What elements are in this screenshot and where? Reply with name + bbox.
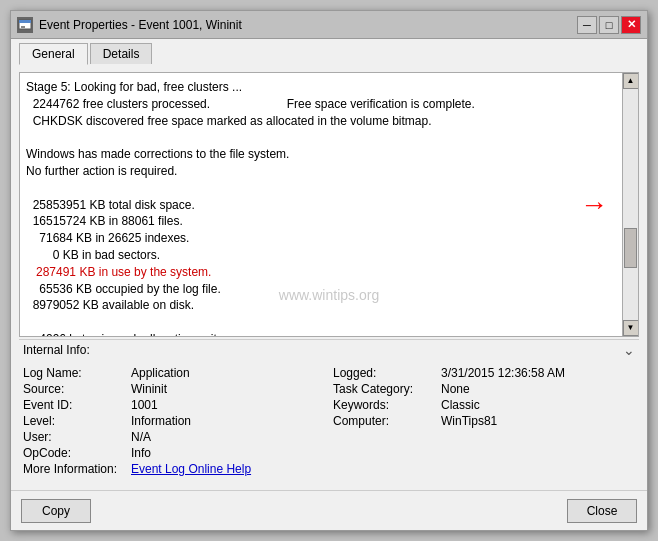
tab-bar: General Details	[11, 39, 647, 64]
event-line-6: No further action is required.	[26, 163, 612, 180]
level-label: Level:	[23, 414, 123, 428]
opcode-value: Info	[131, 446, 325, 460]
user-label: User:	[23, 430, 123, 444]
keywords-value: Classic	[441, 398, 635, 412]
event-line-2: 2244762 free clusters processed. Free sp…	[26, 96, 612, 113]
event-id-label: Event ID:	[23, 398, 123, 412]
logged-label: Logged:	[333, 366, 433, 380]
computer-label: Computer:	[333, 414, 433, 428]
internal-info-label: Internal Info:	[23, 343, 90, 357]
maximize-button[interactable]: □	[599, 16, 619, 34]
scrollbar-thumb[interactable]	[624, 228, 637, 268]
event-line-8: 25853951 KB total disk space.	[26, 197, 612, 214]
event-line-4	[26, 129, 612, 146]
user-value: N/A	[131, 430, 325, 444]
logged-value: 3/31/2015 12:36:58 AM	[441, 366, 635, 380]
log-name-label: Log Name:	[23, 366, 123, 380]
event-line-10: 71684 KB in 26625 indexes.	[26, 230, 612, 247]
task-category-label: Task Category:	[333, 382, 433, 396]
event-properties-window: Event Properties - Event 1001, Wininit ─…	[10, 10, 648, 531]
event-text-box[interactable]: Stage 5: Looking for bad, free clusters …	[19, 72, 639, 337]
window-icon	[17, 17, 33, 33]
event-line-5: Windows has made corrections to the file…	[26, 146, 612, 163]
title-bar-controls: ─ □ ✕	[577, 16, 641, 34]
event-line-15	[26, 314, 612, 331]
event-line-7	[26, 180, 612, 197]
info-grid: Log Name: Application Logged: 3/31/2015 …	[19, 360, 639, 482]
more-info-label: More Information:	[23, 462, 123, 476]
event-line-3: CHKDSK discovered free space marked as a…	[26, 113, 612, 130]
title-bar: Event Properties - Event 1001, Wininit ─…	[11, 11, 647, 39]
event-line-13: 65536 KB occupied by the log file.	[26, 281, 612, 298]
scrollbar[interactable]: ▲ ▼	[622, 73, 638, 336]
close-button[interactable]: Close	[567, 499, 637, 523]
scrollbar-up-button[interactable]: ▲	[623, 73, 639, 89]
event-line-16: 4096 bytes in each allocation unit.	[26, 331, 612, 337]
computer-value: WinTips81	[441, 414, 635, 428]
source-value: Wininit	[131, 382, 325, 396]
svg-rect-1	[19, 20, 31, 23]
log-name-value: Application	[131, 366, 325, 380]
scrollbar-down-button[interactable]: ▼	[623, 320, 639, 336]
event-line-9: 16515724 KB in 88061 files.	[26, 213, 612, 230]
tab-general[interactable]: General	[19, 43, 88, 65]
event-line-12: 287491 KB in use by the system.	[26, 264, 612, 281]
source-label: Source:	[23, 382, 123, 396]
minimize-button[interactable]: ─	[577, 16, 597, 34]
copy-button[interactable]: Copy	[21, 499, 91, 523]
svg-rect-2	[21, 26, 25, 28]
window-title: Event Properties - Event 1001, Wininit	[39, 18, 242, 32]
event-line-1: Stage 5: Looking for bad, free clusters …	[26, 79, 612, 96]
tab-content-area: Stage 5: Looking for bad, free clusters …	[11, 64, 647, 490]
event-line-14: 8979052 KB available on disk.	[26, 297, 612, 314]
close-window-button[interactable]: ✕	[621, 16, 641, 34]
task-category-value: None	[441, 382, 635, 396]
title-bar-left: Event Properties - Event 1001, Wininit	[17, 17, 242, 33]
event-line-11: 0 KB in bad sectors.	[26, 247, 612, 264]
tab-details[interactable]: Details	[90, 43, 153, 64]
scrollbar-track[interactable]	[623, 89, 638, 320]
bottom-bar: Copy Close	[11, 490, 647, 530]
opcode-label: OpCode:	[23, 446, 123, 460]
level-value: Information	[131, 414, 325, 428]
keywords-label: Keywords:	[333, 398, 433, 412]
event-id-value: 1001	[131, 398, 325, 412]
more-info-link[interactable]: Event Log Online Help	[131, 462, 325, 476]
event-text-content: Stage 5: Looking for bad, free clusters …	[26, 79, 632, 337]
internal-info-expand-icon[interactable]: ⌄	[623, 342, 635, 358]
